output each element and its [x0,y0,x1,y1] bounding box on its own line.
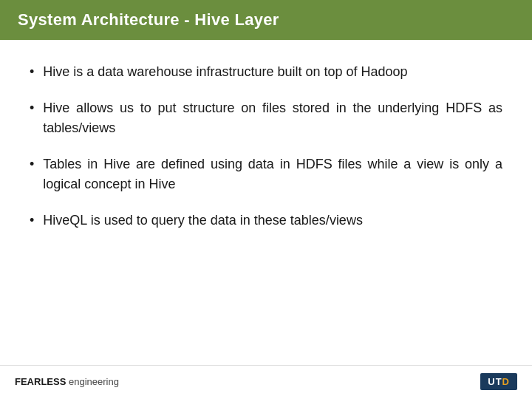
bullet-text: Hive allows us to put structure on files… [43,98,502,138]
list-item: • HiveQL is used to query the data in th… [30,211,502,231]
footer-brand: FEARLESS engineering [15,376,119,387]
slide-header: System Architecture - Hive Layer [0,0,532,40]
bullet-text: Tables in Hive are defined using data in… [43,154,502,194]
list-item: • Tables in Hive are defined using data … [30,154,502,194]
logo-ut-text: UT [488,376,502,387]
bullet-text: HiveQL is used to query the data in thes… [43,211,502,231]
list-item: • Hive is a data warehouse infrastructur… [30,62,502,82]
content-area: • Hive is a data warehouse infrastructur… [0,40,532,365]
bullet-dot: • [30,98,34,118]
utd-logo: UTD [480,373,517,390]
list-item: • Hive allows us to put structure on fil… [30,98,502,138]
bullet-dot: • [30,154,34,174]
slide-footer: FEARLESS engineering UTD [0,365,532,399]
brand-bold: FEARLESS [15,376,66,387]
slide-title: System Architecture - Hive Layer [18,10,279,30]
brand-normal: engineering [66,376,119,387]
bullet-dot: • [30,62,34,82]
bullet-dot: • [30,211,34,231]
logo-d-text: D [502,376,510,387]
bullet-text: Hive is a data warehouse infrastructure … [43,62,502,82]
bullet-list: • Hive is a data warehouse infrastructur… [30,62,502,247]
slide-container: System Architecture - Hive Layer • Hive … [0,0,532,399]
